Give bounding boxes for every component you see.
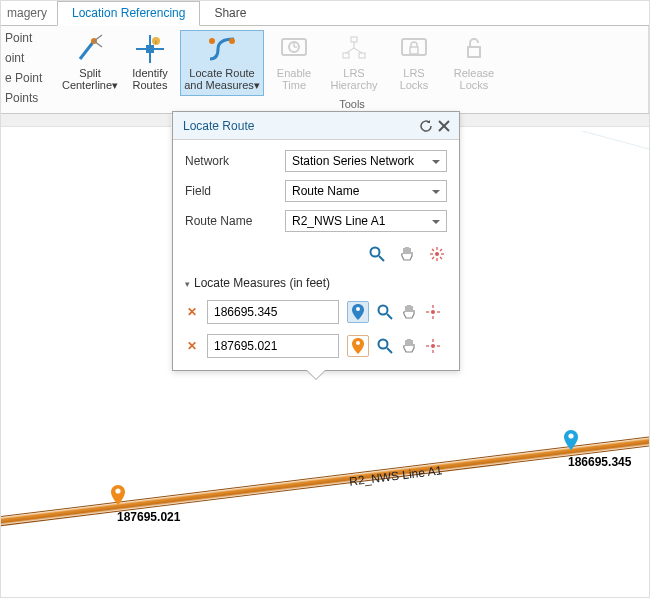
content-header-left xyxy=(1,114,171,127)
svg-line-45 xyxy=(387,348,392,353)
field-label: Field xyxy=(185,184,285,198)
route-line xyxy=(1,411,649,531)
measure-input-1[interactable] xyxy=(207,300,339,324)
route-combo[interactable]: R2_NWS Line A1 xyxy=(285,210,447,232)
left-partial-1: Point xyxy=(3,30,54,47)
locate-route-l2: and Measures▾ xyxy=(184,79,260,91)
split-centerline-icon xyxy=(74,33,106,65)
measure-row-1: ✕ xyxy=(185,300,447,324)
svg-line-37 xyxy=(387,314,392,319)
svg-point-21 xyxy=(115,488,120,493)
enable-time-l2: Time xyxy=(282,79,306,91)
pan-measure-2-icon[interactable] xyxy=(401,338,417,354)
svg-line-34 xyxy=(432,257,434,259)
enable-time-l1: Enable xyxy=(277,67,311,79)
marker-blue-label: 186695.345 xyxy=(568,455,631,469)
locate-measures-section-toggle[interactable]: Locate Measures (in feet) xyxy=(185,276,447,290)
svg-point-24 xyxy=(371,248,380,257)
locate-route-l1: Locate Route xyxy=(189,67,254,79)
identify-routes-l1: Identify xyxy=(132,67,167,79)
panel-title: Locate Route xyxy=(183,119,417,133)
flash-measure-2-icon[interactable] xyxy=(425,338,441,354)
pan-measure-1-icon[interactable] xyxy=(401,304,417,320)
route-label-field: Route Name xyxy=(185,214,285,228)
pin-measure-2-orange[interactable] xyxy=(347,335,369,357)
panel-body: Network Station Series Network Field Rou… xyxy=(173,140,459,370)
marker-blue[interactable] xyxy=(564,430,578,450)
left-partial-3: e Point xyxy=(3,70,54,87)
svg-line-33 xyxy=(440,249,442,251)
svg-point-43 xyxy=(356,341,360,345)
svg-point-20 xyxy=(568,433,573,438)
locate-route-icon xyxy=(206,33,238,65)
refresh-icon[interactable] xyxy=(417,117,435,135)
svg-text:i: i xyxy=(155,39,156,45)
svg-rect-1 xyxy=(146,45,154,53)
marker-orange-label: 187695.021 xyxy=(117,510,180,524)
svg-point-26 xyxy=(435,252,439,256)
svg-point-9 xyxy=(229,38,235,44)
release-locks-l1: Release xyxy=(454,67,494,79)
svg-line-32 xyxy=(440,257,442,259)
svg-line-25 xyxy=(379,256,384,261)
svg-rect-15 xyxy=(343,53,349,58)
panel-pointer-tip xyxy=(306,370,326,380)
split-centerline-l2: Centerline▾ xyxy=(62,79,118,91)
zoom-measure-2-icon[interactable] xyxy=(377,338,393,354)
tab-location-referencing[interactable]: Location Referencing xyxy=(57,1,200,26)
locate-route-panel: Locate Route Network Station Series Netw… xyxy=(172,111,460,371)
tab-imagery[interactable]: magery xyxy=(1,2,57,25)
enable-time-icon xyxy=(278,33,310,65)
locate-route-panel-header[interactable]: Locate Route xyxy=(173,112,459,140)
svg-point-8 xyxy=(209,38,215,44)
ribbon-left-partial: Point oint e Point Points xyxy=(1,26,56,113)
svg-point-35 xyxy=(356,307,360,311)
svg-line-31 xyxy=(432,249,434,251)
lrs-hierarchy-icon xyxy=(338,33,370,65)
lrs-locks-l2: Locks xyxy=(400,79,429,91)
lrs-hierarchy-button[interactable]: LRSHierarchy xyxy=(324,30,384,96)
pin-measure-1-blue[interactable] xyxy=(347,301,369,323)
marker-orange[interactable] xyxy=(111,485,125,505)
svg-point-44 xyxy=(379,340,388,349)
field-combo[interactable]: Route Name xyxy=(285,180,447,202)
ribbon: Point oint e Point Points SplitCenterlin… xyxy=(1,26,649,114)
left-partial-4: Points xyxy=(3,90,54,107)
lrs-locks-button[interactable]: LRSLocks xyxy=(384,30,444,96)
measure-input-2[interactable] xyxy=(207,334,339,358)
left-partial-2: oint xyxy=(3,50,54,67)
enable-time-button[interactable]: EnableTime xyxy=(264,30,324,96)
svg-point-36 xyxy=(379,306,388,315)
split-centerline-button[interactable]: SplitCenterline▾ xyxy=(60,30,120,96)
measure-row-2: ✕ xyxy=(185,334,447,358)
ribbon-tabs: magery Location Referencing Share xyxy=(1,1,649,26)
svg-point-38 xyxy=(431,310,435,314)
content-header-right xyxy=(460,114,649,127)
svg-rect-18 xyxy=(410,47,418,54)
delete-measure-1[interactable]: ✕ xyxy=(185,305,199,319)
zoom-measure-1-icon[interactable] xyxy=(377,304,393,320)
locate-route-button[interactable]: Locate Routeand Measures▾ xyxy=(180,30,264,96)
release-locks-l2: Locks xyxy=(460,79,489,91)
lrs-hierarchy-l2: Hierarchy xyxy=(330,79,377,91)
svg-point-46 xyxy=(431,344,435,348)
flash-route-icon[interactable] xyxy=(429,246,445,262)
tab-share[interactable]: Share xyxy=(200,2,260,25)
lrs-locks-l1: LRS xyxy=(403,67,424,79)
svg-rect-16 xyxy=(359,53,365,58)
svg-rect-14 xyxy=(351,37,357,42)
lrs-hierarchy-l1: LRS xyxy=(343,67,364,79)
map-faint-line-1 xyxy=(504,131,649,178)
flash-measure-1-icon[interactable] xyxy=(425,304,441,320)
pan-route-icon[interactable] xyxy=(399,246,415,262)
release-locks-button[interactable]: ReleaseLocks xyxy=(444,30,504,96)
zoom-route-icon[interactable] xyxy=(369,246,385,262)
identify-routes-button[interactable]: i IdentifyRoutes xyxy=(120,30,180,96)
delete-measure-2[interactable]: ✕ xyxy=(185,339,199,353)
network-combo[interactable]: Station Series Network xyxy=(285,150,447,172)
identify-routes-icon: i xyxy=(134,33,166,65)
network-label: Network xyxy=(185,154,285,168)
release-locks-icon xyxy=(458,33,490,65)
close-icon[interactable] xyxy=(435,117,453,135)
ribbon-tools-buttons: SplitCenterline▾ i IdentifyRoutes Locate… xyxy=(56,26,648,97)
